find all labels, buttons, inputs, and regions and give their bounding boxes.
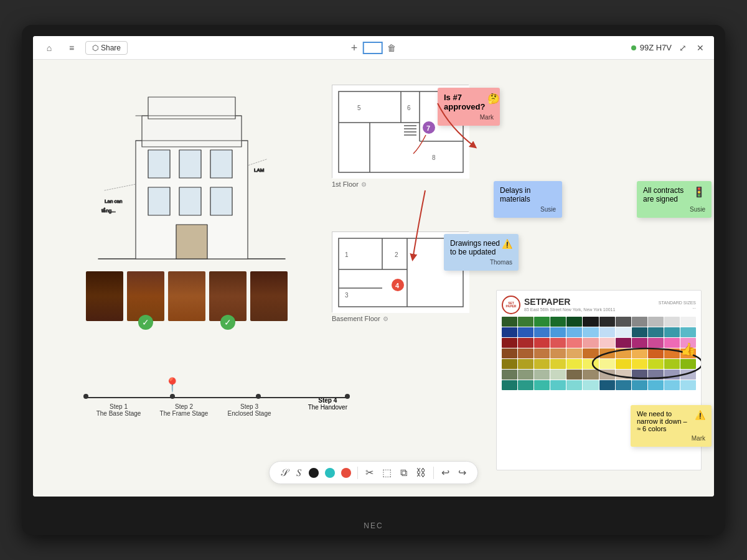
- svg-text:3: 3: [345, 292, 349, 299]
- sticky-blue2-text: Drawings need to be updated: [450, 239, 502, 256]
- sticky-note-pink[interactable]: Is #7 approved? 🤔 Mark: [438, 88, 500, 126]
- warning-icon-yellow: ⚠️: [695, 410, 705, 420]
- share-icon: ⬡: [92, 44, 98, 52]
- wood-sample-5[interactable]: [250, 271, 288, 321]
- wood-samples: ✓ ✓: [86, 271, 288, 321]
- floor-plan-basement-label: Basement Floor ⚙: [332, 315, 469, 322]
- close-button[interactable]: ✕: [694, 40, 707, 55]
- wood-sample-2[interactable]: [127, 271, 164, 321]
- wood-sample-1[interactable]: [86, 271, 123, 321]
- wood-sample-3[interactable]: [168, 271, 205, 321]
- undo-button[interactable]: ↩: [440, 465, 451, 480]
- screen: ⌂ ≡ ⬡ Share + 🗑 99Z H7V ⤢ ✕: [33, 36, 714, 497]
- toolbar-right: 99Z H7V ⤢ ✕: [631, 40, 707, 55]
- frame-tool[interactable]: ⬚: [381, 465, 393, 480]
- scissors-tool[interactable]: ✂: [364, 465, 375, 480]
- color-grid-container: [502, 317, 696, 390]
- monitor: ⌂ ≡ ⬡ Share + 🗑 99Z H7V ⤢ ✕: [22, 25, 725, 535]
- svg-line-17: [248, 159, 266, 166]
- step1-label: The Base Stage: [86, 410, 151, 417]
- step3-num: Step 3: [217, 403, 282, 410]
- svg-rect-6: [210, 150, 232, 178]
- bottom-toolbar: 𝒮 𝑆 ✂ ⬚ ⧉ ⛓ ↩ ↪: [269, 461, 478, 484]
- timeline: Step 4 The Handover 📍 Step: [86, 378, 347, 447]
- color-red[interactable]: [341, 468, 351, 478]
- sticky-note-blue-drawings[interactable]: Drawings need to be updated ⚠️ Thomas: [444, 234, 519, 271]
- step2-num: Step 2: [151, 403, 217, 410]
- svg-rect-9: [210, 187, 232, 215]
- svg-rect-2: [142, 116, 242, 147]
- svg-line-16: [105, 184, 136, 190]
- chart-header: SETPAPER SETPAPER 85 East 56th Street Ne…: [502, 296, 696, 314]
- step3-label: Enclosed Stage: [217, 410, 282, 417]
- color-black[interactable]: [309, 468, 319, 478]
- sticky-blue2-author: Thomas: [450, 259, 512, 266]
- warning-icon-drawings: ⚠️: [502, 239, 512, 249]
- monitor-brand: NEC: [364, 521, 383, 530]
- toolbar-left: ⌂ ≡ ⬡ Share: [40, 39, 128, 57]
- sticky-note-green[interactable]: All contracts are signed 🚦 Susie: [637, 181, 712, 218]
- svg-text:6: 6: [407, 105, 411, 111]
- expand-button[interactable]: ⤢: [677, 40, 689, 55]
- color-selector[interactable]: [362, 42, 382, 54]
- redo-button[interactable]: ↪: [457, 465, 467, 480]
- sticky-yellow-text: We need to narrow it down – ≈ 6 colors: [637, 410, 692, 432]
- sticky-yellow-author: Mark: [637, 435, 705, 442]
- sticky-note-blue-delays[interactable]: Delays in materials Susie: [494, 181, 562, 218]
- toolbar-divider-1: [357, 467, 358, 479]
- svg-text:8: 8: [432, 154, 436, 161]
- sticky-blue1-author: Susie: [500, 206, 556, 213]
- building-sketch: Lan can tầng... LAM: [86, 78, 298, 278]
- traffic-light-icon: 🚦: [693, 186, 705, 203]
- toolbar-divider-2: [433, 467, 434, 479]
- home-button[interactable]: ⌂: [40, 39, 58, 57]
- svg-text:5: 5: [357, 105, 361, 111]
- share-button[interactable]: ⬡ Share: [85, 41, 128, 55]
- svg-rect-7: [148, 187, 170, 215]
- sticky-note-yellow[interactable]: We need to narrow it down – ≈ 6 colors ⚠…: [631, 405, 712, 447]
- session-id: 99Z H7V: [640, 43, 672, 52]
- floor-plan-1st-label: 1st Floor ⚙: [332, 180, 469, 188]
- color-teal[interactable]: [325, 468, 335, 478]
- svg-rect-5: [179, 150, 201, 178]
- thumbs-up-emoji: 👍: [680, 342, 696, 357]
- sticky-pink-author: Mark: [444, 114, 494, 121]
- wood-sample-4[interactable]: [209, 271, 247, 321]
- step2-label: The Frame Stage: [151, 410, 217, 417]
- thinking-emoji: 🤔: [487, 93, 500, 105]
- svg-rect-10: [176, 225, 207, 259]
- top-toolbar: ⌂ ≡ ⬡ Share + 🗑 99Z H7V ⤢ ✕: [33, 36, 714, 60]
- toolbar-center: + 🗑: [351, 42, 397, 54]
- svg-text:7: 7: [426, 124, 430, 132]
- pen-tool-1[interactable]: 𝒮: [280, 466, 289, 480]
- checkmark-2: ✓: [220, 315, 235, 330]
- menu-button[interactable]: ≡: [63, 39, 80, 57]
- session-dot: [631, 45, 636, 50]
- svg-text:Lan can: Lan can: [105, 198, 122, 204]
- trash-button[interactable]: 🗑: [387, 43, 396, 53]
- setpaper-stamp: SETPAPER: [502, 296, 520, 314]
- checkmark-1: ✓: [138, 315, 153, 330]
- step1-num: Step 1: [86, 403, 151, 410]
- svg-rect-8: [179, 187, 201, 215]
- setpaper-sizes: STANDARD SIZES...: [659, 301, 696, 309]
- setpaper-title: SETPAPER: [524, 297, 615, 307]
- svg-rect-4: [148, 150, 170, 178]
- session-info: 99Z H7V: [631, 43, 672, 52]
- svg-text:tầng...: tầng...: [101, 208, 116, 213]
- sticky-green-author: Susie: [643, 206, 705, 213]
- connect-tool[interactable]: ⛓: [415, 466, 427, 480]
- add-button[interactable]: +: [351, 42, 358, 54]
- pen-tool-2[interactable]: 𝑆: [295, 466, 303, 480]
- svg-text:2: 2: [395, 251, 398, 258]
- canvas[interactable]: Lan can tầng... LAM ✓: [33, 60, 714, 497]
- svg-text:1: 1: [345, 251, 349, 258]
- svg-text:4: 4: [395, 282, 400, 289]
- sticky-green-text: All contracts are signed: [643, 186, 693, 203]
- svg-text:LAM: LAM: [254, 167, 265, 173]
- setpaper-address: 85 East 56th Street New York, New York 1…: [524, 307, 615, 312]
- sticky-pink-text: Is #7 approved?: [444, 93, 485, 111]
- sticky-blue1-text: Delays in materials: [500, 186, 556, 203]
- share-label: Share: [101, 44, 121, 52]
- copy-tool[interactable]: ⧉: [399, 466, 408, 480]
